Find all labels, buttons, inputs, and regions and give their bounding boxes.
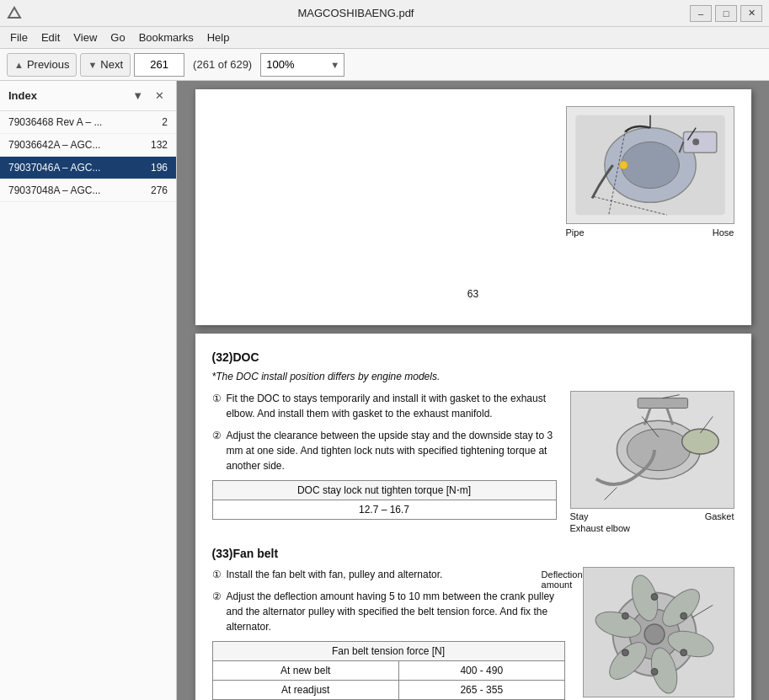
fan-belt-section: (33)Fan belt ① Install the fan belt with…	[212, 547, 734, 700]
doc-step-2-num: ②	[212, 428, 222, 473]
sidebar-item-2[interactable]: 79037046A – AGC... 196	[0, 157, 176, 179]
doc-section-note: *The DOC install position differs by eng…	[212, 371, 734, 382]
page-number: 63	[212, 288, 734, 300]
sidebar-item-1[interactable]: 79036642A – AGC... 132	[0, 134, 176, 157]
sidebar-item-text-2: 79037046A – AGC...	[8, 162, 144, 174]
sidebar-item-0[interactable]: 79036468 Rev A – ... 2	[0, 111, 176, 134]
zoom-select[interactable]: 100% 50% 75% 125% 150% 200%	[260, 53, 344, 77]
doc-diagram-labels: Stay Gasket	[570, 511, 734, 521]
sidebar-list: 79036468 Rev A – ... 2 79036642A – AGC..…	[0, 111, 176, 700]
sidebar-close-button[interactable]: ✕	[152, 88, 168, 104]
diagram-labels: Pipe Hose	[566, 227, 734, 238]
doc-diagram-box	[570, 391, 734, 509]
previous-label: Previous	[27, 58, 70, 71]
previous-button[interactable]: ▲ Previous	[7, 53, 77, 77]
next-arrow-icon: ▼	[88, 60, 97, 70]
fan-diagram-svg	[584, 567, 734, 697]
page-top-diagram-area: Pipe Hose	[212, 106, 734, 238]
sidebar-item-text-3: 79037048A – AGC...	[8, 184, 144, 196]
minimize-button[interactable]: –	[690, 5, 712, 22]
torque-table-header: DOC stay lock nut tighten torque [N⋅m]	[212, 481, 556, 500]
title-bar-left	[7, 6, 22, 21]
menu-bookmarks[interactable]: Bookmarks	[132, 29, 200, 46]
menu-view[interactable]: View	[67, 29, 104, 46]
close-button[interactable]: ✕	[740, 5, 762, 22]
sidebar-item-page-0: 2	[162, 116, 168, 128]
doc-instructions: ① Fit the DOC to stays temporarily and i…	[212, 391, 557, 533]
title-bar: MAGCOSHIBAENG.pdf – □ ✕	[0, 0, 769, 27]
doc-diagram: Stay Gasket Exhaust elbow	[570, 391, 734, 533]
sidebar-item-page-3: 276	[151, 184, 168, 196]
window-title: MAGCOSHIBAENG.pdf	[22, 7, 690, 19]
fan-step-1: ① Install the fan belt with fan, pulley …	[212, 567, 565, 582]
torque-table: DOC stay lock nut tighten torque [N⋅m] 1…	[212, 480, 557, 520]
doc-step-2: ② Adjust the clearance between the upsid…	[212, 428, 557, 473]
menu-help[interactable]: Help	[200, 29, 237, 46]
maximize-button[interactable]: □	[715, 5, 737, 22]
fan-step-2-num: ②	[212, 589, 222, 634]
svg-marker-0	[8, 8, 20, 18]
fan-step-1-num: ①	[212, 567, 222, 582]
svg-point-34	[680, 612, 686, 619]
svg-point-35	[680, 649, 686, 656]
toolbar: ▲ Previous ▼ Next (261 of 629) 100% 50% …	[0, 49, 769, 81]
prev-arrow-icon: ▲	[14, 60, 24, 70]
svg-point-26	[644, 624, 665, 644]
pdf-page-1: Pipe Hose 63	[195, 89, 751, 325]
next-label: Next	[100, 58, 123, 71]
gasket-label: Gasket	[705, 511, 734, 521]
doc-step-2-text: Adjust the clearance between the upside …	[227, 428, 557, 473]
fan-diagram-box	[583, 567, 734, 697]
svg-point-36	[651, 669, 658, 676]
fan-row-1-label: At readjust	[212, 681, 399, 700]
pipe-label: Pipe	[566, 227, 585, 238]
fan-row-0-label: At new belt	[212, 661, 399, 681]
sidebar-item-3[interactable]: 79037048A – AGC... 276	[0, 179, 176, 202]
sidebar-header: Index ▼ ✕	[0, 81, 176, 111]
main-area: Index ▼ ✕ 79036468 Rev A – ... 2 7903664…	[0, 81, 769, 700]
torque-table-value: 12.7 – 16.7	[212, 500, 556, 520]
doc-section: (32)DOC *The DOC install position differ…	[212, 350, 734, 533]
pipe-hose-diagram	[566, 106, 734, 224]
fan-row-0-value: 400 - 490	[399, 661, 565, 681]
fan-step-2: ② Adjust the deflection amount having 5 …	[212, 589, 565, 634]
fan-content-row: ① Install the fan belt with fan, pulley …	[212, 567, 734, 700]
svg-point-38	[622, 612, 628, 619]
sidebar: Index ▼ ✕ 79036468 Rev A – ... 2 7903664…	[0, 81, 177, 700]
menu-file[interactable]: File	[3, 29, 35, 46]
doc-content-row: ① Fit the DOC to stays temporarily and i…	[212, 391, 734, 533]
sidebar-item-text-0: 79036468 Rev A – ...	[8, 116, 155, 128]
svg-rect-13	[638, 398, 687, 409]
fan-diagram-area: Deflection amount	[579, 567, 734, 700]
fan-table-header: Fan belt tension force [N]	[212, 642, 564, 661]
menu-go[interactable]: Go	[104, 29, 131, 46]
sidebar-expand-button[interactable]: ▼	[129, 88, 147, 104]
svg-point-6	[692, 138, 699, 145]
pipe-hose-svg	[567, 107, 734, 223]
page-count: (261 of 629)	[193, 58, 252, 71]
doc-step-1-num: ①	[212, 391, 222, 421]
doc-step-1-text: Fit the DOC to stays temporarily and ins…	[227, 391, 557, 421]
hose-label: Hose	[713, 227, 734, 238]
fan-step-2-text: Adjust the deflection amount having 5 to…	[227, 589, 565, 634]
pdf-page-2: (32)DOC *The DOC install position differ…	[195, 334, 751, 700]
zoom-wrapper: 100% 50% 75% 125% 150% 200% ▼	[260, 53, 344, 77]
fan-belt-title: (33)Fan belt	[212, 547, 734, 560]
stay-label: Stay	[570, 511, 589, 521]
fan-table-row-0: At new belt 400 - 490	[212, 661, 564, 681]
doc-section-title: (32)DOC	[212, 350, 734, 364]
svg-point-3	[621, 142, 679, 188]
doc-step-1: ① Fit the DOC to stays temporarily and i…	[212, 391, 557, 421]
fan-row-1-value: 265 - 355	[399, 681, 565, 700]
fan-instructions: ① Install the fan belt with fan, pulley …	[212, 567, 565, 700]
fan-table: Fan belt tension force [N] At new belt 4…	[212, 641, 565, 700]
menu-edit[interactable]: Edit	[35, 29, 67, 46]
doc-diagram-bottom-labels: Exhaust elbow	[570, 523, 734, 533]
deflection-label-text: Deflection amount	[542, 569, 583, 590]
svg-point-37	[622, 649, 628, 656]
next-button[interactable]: ▼ Next	[80, 53, 131, 77]
fan-step-1-text: Install the fan belt with fan, pulley an…	[227, 567, 565, 582]
window-controls: – □ ✕	[690, 5, 762, 22]
pdf-area[interactable]: Pipe Hose 63 (32)DOC *The DOC install po…	[177, 81, 769, 700]
page-input[interactable]	[134, 53, 184, 77]
